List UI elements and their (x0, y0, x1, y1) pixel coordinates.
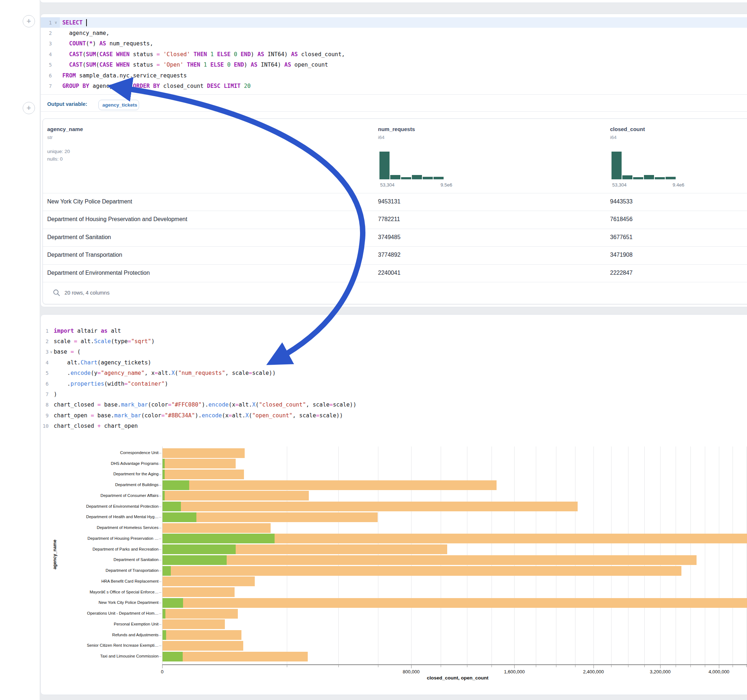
line-number: 10 (41, 423, 48, 429)
line-number: 2 (41, 30, 52, 36)
code-line[interactable]: 4 alt.Chart(agency_tickets) (41, 357, 747, 368)
bar-closed-count[interactable] (163, 609, 238, 619)
bar-closed-count[interactable] (163, 619, 225, 629)
bar-closed-count[interactable] (163, 469, 244, 479)
bar-open-count[interactable] (163, 609, 165, 619)
bar-open-count[interactable] (163, 459, 165, 468)
column-header-num_requests[interactable]: num_requests (378, 126, 415, 132)
python-code-editor[interactable]: 1import altair as alt2scale = alt.Scale(… (41, 326, 747, 431)
bar-closed-count[interactable] (163, 598, 747, 608)
bar-closed-count[interactable] (163, 448, 245, 458)
code-line[interactable]: 7GROUP BY agency_name ORDER BY closed_co… (41, 81, 747, 91)
code-line[interactable]: 10chart_closed + chart_open (41, 421, 747, 431)
histogram-bar (401, 177, 411, 180)
column-type: i64 (378, 135, 384, 140)
table-cell[interactable]: 7782211 (378, 216, 400, 223)
table-cell[interactable]: Department of Transportation (47, 252, 122, 258)
code-line[interactable]: 6FROM sample_data.nyc.service_requests (41, 70, 747, 81)
sql-code-editor[interactable]: 1∨SELECT 2 agency_name,3 COUNT(*) AS num… (41, 17, 747, 92)
table-cell[interactable]: Department of Environmental Protection (47, 270, 150, 276)
code-line[interactable]: 2scale = alt.Scale(type="sqrt") (41, 336, 747, 346)
column-header-agency_name[interactable]: agency_name (47, 126, 83, 132)
bar-open-count[interactable] (163, 512, 197, 522)
bar-closed-count[interactable] (163, 630, 242, 640)
line-number: 7 (41, 391, 48, 397)
table-cell[interactable]: Department of Sanitation (47, 234, 111, 241)
bar-closed-count[interactable] (163, 555, 697, 565)
bar-open-count[interactable] (163, 491, 165, 501)
bar-open-count[interactable] (163, 545, 236, 554)
code-line[interactable]: 3∨base = ( (41, 347, 747, 357)
bar-open-count[interactable] (163, 480, 189, 490)
bar-open-count[interactable] (163, 555, 227, 565)
code-line[interactable]: 5 CAST(SUM(CASE WHEN status = 'Open' THE… (41, 60, 747, 70)
search-icon[interactable] (53, 289, 60, 298)
line-number: 3 (41, 41, 52, 47)
line-number: 1 (41, 328, 48, 334)
code-line[interactable]: 6 .properties(width="container") (41, 379, 747, 389)
code-line[interactable]: 9chart_open = base.mark_bar(color="#8BC3… (41, 410, 747, 421)
code-line[interactable]: 5 .encode(y="agency_name", x=alt.X("num_… (41, 368, 747, 379)
add-cell-button-output[interactable]: + (23, 102, 35, 114)
code-text: GROUP BY agency_name ORDER BY closed_cou… (60, 83, 251, 89)
bar-closed-count[interactable] (163, 566, 681, 576)
code-line[interactable]: 1import altair as alt (41, 326, 747, 336)
bar-closed-count[interactable] (163, 459, 236, 468)
line-number: 5 (41, 370, 48, 376)
code-text: scale = alt.Scale(type="sqrt") (54, 338, 154, 345)
bar-closed-count[interactable] (163, 491, 309, 501)
result-table[interactable]: agency_namestrunique: 20nulls: 0num_requ… (42, 118, 747, 304)
output-variable-label: Output variable: (47, 101, 87, 107)
bar-closed-count[interactable] (163, 576, 255, 586)
bar-closed-count[interactable] (163, 502, 578, 511)
histogram-bar (380, 152, 390, 180)
code-text: COUNT(*) AS num_requests, (60, 40, 153, 47)
table-cell[interactable]: New York City Police Department (47, 198, 132, 205)
histogram-max-label: 9.5e6 (409, 182, 452, 188)
bar-closed-count[interactable] (163, 641, 243, 651)
output-variable-pill[interactable]: agency_tickets (98, 100, 139, 110)
histogram-bar (611, 152, 621, 180)
table-cell[interactable]: 2240041 (378, 270, 400, 276)
code-line[interactable]: 2 agency_name, (41, 28, 747, 38)
table-cell[interactable]: 9453131 (378, 198, 400, 205)
table-cell[interactable]: 3749485 (378, 234, 400, 241)
bar-open-count[interactable] (163, 469, 165, 479)
code-line[interactable]: 7) (41, 389, 747, 399)
histogram-bar (665, 177, 676, 180)
code-text: chart_closed + chart_open (54, 423, 138, 429)
bar-open-count[interactable] (163, 598, 183, 608)
bar-open-count[interactable] (163, 534, 275, 543)
bar-open-count[interactable] (163, 630, 166, 640)
code-line[interactable]: 1∨SELECT (41, 17, 747, 28)
add-cell-button-top[interactable]: + (23, 15, 35, 27)
table-cell[interactable]: Department of Housing Preservation and D… (47, 216, 188, 223)
code-line[interactable]: 3 COUNT(*) AS num_requests, (41, 39, 747, 49)
column-stat: nulls: 0 (47, 156, 63, 162)
fold-chevron-icon[interactable]: ∨ (48, 350, 54, 355)
code-line[interactable]: 4 CAST(SUM(CASE WHEN status = 'Closed' T… (41, 49, 747, 59)
table-cell[interactable]: 2222847 (610, 270, 632, 276)
bar-open-count[interactable] (163, 652, 183, 661)
bar-closed-count[interactable] (163, 523, 271, 533)
bar-open-count[interactable] (163, 502, 181, 511)
row-separator (43, 211, 747, 211)
bar-closed-count[interactable] (163, 480, 496, 490)
column-header-closed_count[interactable]: closed_count (610, 126, 645, 132)
bar-closed-count[interactable] (163, 587, 234, 597)
code-line[interactable]: 8chart_closed = base.mark_bar(color="#FF… (41, 400, 747, 410)
histogram-bar (412, 175, 422, 180)
table-cell[interactable]: 3774892 (378, 252, 400, 258)
table-cell[interactable]: 7618456 (610, 216, 632, 223)
table-cell[interactable]: 3677651 (610, 234, 632, 241)
table-cell[interactable]: 3471908 (610, 252, 632, 258)
bar-open-count[interactable] (163, 566, 171, 576)
table-shape-summary[interactable]: 20 rows, 4 columns (65, 290, 110, 296)
code-text: base = ( (54, 348, 81, 355)
histogram-min-label: 53,304 (380, 182, 395, 188)
histogram-max-label: 9.4e6 (641, 182, 684, 188)
code-text: chart_open = base.mark_bar(color="#8BC34… (54, 412, 343, 419)
table-cell[interactable]: 9443533 (610, 198, 632, 205)
fold-chevron-icon[interactable]: ∨ (52, 20, 60, 25)
bar-closed-count[interactable] (163, 652, 308, 661)
